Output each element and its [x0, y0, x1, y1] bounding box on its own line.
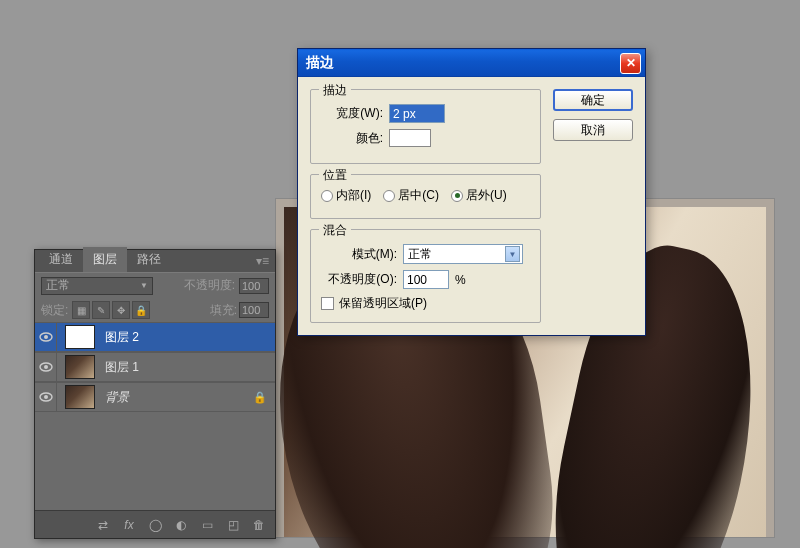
layer-row[interactable]: 背景 🔒 — [35, 382, 275, 412]
link-layers-icon[interactable]: ⇄ — [93, 515, 113, 535]
mode-value: 正常 — [408, 246, 432, 263]
width-label: 宽度(W): — [321, 105, 383, 122]
layer-row[interactable]: 图层 2 — [35, 322, 275, 352]
visibility-eye-icon[interactable] — [35, 383, 57, 411]
tab-paths[interactable]: 路径 — [127, 247, 171, 272]
radio-center[interactable]: 居中(C) — [383, 187, 439, 204]
fieldset-position: 位置 内部(I) 居中(C) 居外(U) — [310, 174, 541, 219]
cancel-button[interactable]: 取消 — [553, 119, 633, 141]
radio-center-label: 居中(C) — [398, 187, 439, 204]
panel-menu-icon[interactable]: ▾≡ — [250, 250, 275, 272]
close-icon: ✕ — [626, 56, 636, 70]
opacity-input[interactable]: 100 — [239, 278, 269, 294]
color-label: 颜色: — [321, 130, 383, 147]
stroke-dialog: 描边 ✕ 描边 宽度(W): 颜色: 位置 — [297, 48, 646, 336]
group-icon[interactable]: ▭ — [197, 515, 217, 535]
visibility-eye-icon[interactable] — [35, 353, 57, 381]
tab-channels[interactable]: 通道 — [39, 247, 83, 272]
legend-blend: 混合 — [319, 222, 351, 239]
lock-move-icon[interactable]: ✥ — [112, 301, 130, 319]
radio-outside-label: 居外(U) — [466, 187, 507, 204]
chevron-down-icon: ▼ — [140, 281, 148, 290]
layer-name[interactable]: 图层 2 — [99, 329, 139, 346]
lock-all-icon[interactable]: 🔒 — [132, 301, 150, 319]
new-layer-icon[interactable]: ◰ — [223, 515, 243, 535]
percent-label: % — [455, 273, 466, 287]
preserve-label: 保留透明区域(P) — [339, 295, 427, 312]
radio-dot-icon — [321, 190, 333, 202]
mode-label: 模式(M): — [321, 246, 397, 263]
svg-point-3 — [44, 365, 48, 369]
panel-tabs: 通道 图层 路径 ▾≡ — [35, 250, 275, 272]
lock-label: 锁定: — [41, 302, 68, 319]
layers-list: 图层 2 图层 1 背景 🔒 — [35, 322, 275, 510]
fieldset-blend: 混合 模式(M): 正常 ▼ 不透明度(O): % 保留透明区域(P) — [310, 229, 541, 323]
dialog-title: 描边 — [306, 54, 334, 72]
blend-mode-select[interactable]: 正常 ▼ — [41, 277, 153, 295]
preserve-checkbox[interactable] — [321, 297, 334, 310]
layer-thumbnail[interactable] — [65, 325, 95, 349]
mask-icon[interactable]: ◯ — [145, 515, 165, 535]
fill-input[interactable]: 100 — [239, 302, 269, 318]
blend-opacity-input[interactable] — [403, 270, 449, 289]
svg-point-1 — [44, 335, 48, 339]
dialog-left-column: 描边 宽度(W): 颜色: 位置 内部(I) — [310, 89, 541, 323]
legend-stroke: 描边 — [319, 82, 351, 99]
tab-layers[interactable]: 图层 — [83, 247, 127, 272]
layers-toolbar-lock: 锁定: ▦ ✎ ✥ 🔒 填充: 100 — [35, 298, 275, 322]
blend-mode-value: 正常 — [46, 277, 70, 294]
layer-name[interactable]: 图层 1 — [99, 359, 139, 376]
fieldset-stroke: 描边 宽度(W): 颜色: — [310, 89, 541, 164]
fx-icon[interactable]: fx — [119, 515, 139, 535]
radio-dot-icon — [383, 190, 395, 202]
layers-panel: 通道 图层 路径 ▾≡ 正常 ▼ 不透明度: 100 锁定: ▦ ✎ ✥ 🔒 填… — [34, 249, 276, 539]
radio-inside-label: 内部(I) — [336, 187, 371, 204]
fill-label: 填充: — [210, 302, 237, 319]
visibility-eye-icon[interactable] — [35, 323, 57, 351]
adjustment-icon[interactable]: ◐ — [171, 515, 191, 535]
layers-panel-footer: ⇄ fx ◯ ◐ ▭ ◰ 🗑 — [35, 510, 275, 538]
layer-thumbnail[interactable] — [65, 385, 95, 409]
blend-opacity-label: 不透明度(O): — [321, 271, 397, 288]
opacity-label: 不透明度: — [184, 277, 235, 294]
dialog-right-column: 确定 取消 — [553, 89, 633, 323]
layer-thumbnail[interactable] — [65, 355, 95, 379]
layer-row[interactable]: 图层 1 — [35, 352, 275, 382]
radio-inside[interactable]: 内部(I) — [321, 187, 371, 204]
dialog-body: 描边 宽度(W): 颜色: 位置 内部(I) — [298, 77, 645, 335]
chevron-down-icon: ▼ — [505, 246, 520, 262]
radio-outside[interactable]: 居外(U) — [451, 187, 507, 204]
svg-point-5 — [44, 395, 48, 399]
lock-transparency-icon[interactable]: ▦ — [72, 301, 90, 319]
color-swatch[interactable] — [389, 129, 431, 147]
dialog-titlebar[interactable]: 描边 ✕ — [298, 49, 645, 77]
layer-name[interactable]: 背景 — [99, 389, 129, 406]
lock-icon: 🔒 — [253, 391, 267, 404]
lock-brush-icon[interactable]: ✎ — [92, 301, 110, 319]
layers-toolbar-top: 正常 ▼ 不透明度: 100 — [35, 272, 275, 298]
legend-position: 位置 — [319, 167, 351, 184]
close-button[interactable]: ✕ — [620, 53, 641, 74]
ok-button[interactable]: 确定 — [553, 89, 633, 111]
trash-icon[interactable]: 🗑 — [249, 515, 269, 535]
width-input[interactable] — [389, 104, 445, 123]
mode-select[interactable]: 正常 ▼ — [403, 244, 523, 264]
radio-dot-icon — [451, 190, 463, 202]
